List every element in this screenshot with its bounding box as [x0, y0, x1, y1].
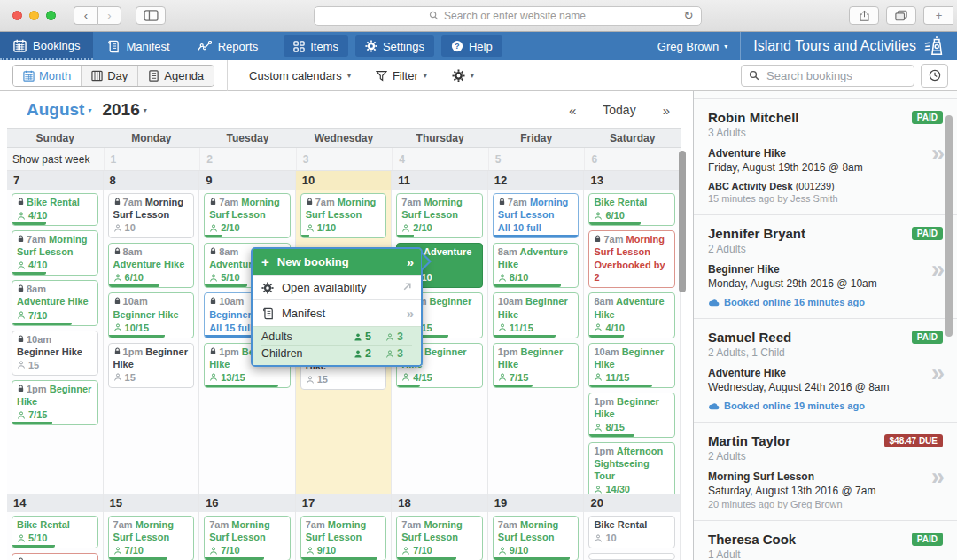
nav-tab-reports[interactable]: Reports [183, 32, 272, 60]
day-cell[interactable]: 187am Morning Surf Lesson7/10 [392, 494, 488, 560]
day-number: 17 [296, 494, 392, 512]
view-day-button[interactable]: Day [81, 66, 137, 86]
event-count: 9/10 [317, 544, 336, 556]
nav-button-items[interactable]: Items [284, 35, 348, 57]
open-booking-chevron[interactable]: » [931, 256, 941, 284]
recent-bookings-button[interactable] [921, 64, 948, 88]
event-card[interactable]: Bike Rental5/10 [12, 516, 98, 548]
show-past-week-link[interactable]: Show past week [7, 153, 104, 166]
day-cell[interactable]: 167am Morning Surf Lesson7/10 [199, 494, 296, 560]
event-card[interactable]: 7am Morning Surf Lesson9/10 [493, 516, 580, 560]
booking-list-item[interactable]: Robin MitchellPAID3 AdultsAdventure Hike… [694, 98, 957, 215]
back-button[interactable]: ‹ [74, 6, 97, 25]
event-card[interactable]: Bike Rental4/10 [12, 193, 98, 226]
event-card[interactable]: 7am Morning Surf Lesson7/10 [108, 516, 195, 560]
booking-list-item[interactable]: Jennifer BryantPAID2 AdultsBeginner Hike… [694, 215, 957, 319]
event-card[interactable]: Bike Rental6/10 [588, 193, 675, 226]
minimize-window-button[interactable] [29, 11, 39, 20]
event-card[interactable]: 7am Morning Surf LessonOverbooked by 2 [588, 230, 675, 288]
event-time: 1pm [594, 446, 614, 456]
address-bar[interactable]: Search or enter website name ↻ [314, 6, 702, 26]
day-cell[interactable]: 197am Morning Surf Lesson9/10 [488, 494, 585, 560]
lock-icon [113, 347, 121, 355]
event-card[interactable]: 7am Morning Surf LessonAll 10 full [493, 193, 580, 238]
event-card[interactable]: 7am Morning Surf Lesson10 [108, 193, 195, 238]
person-outline-icon [209, 274, 218, 282]
event-card[interactable]: 1pm Beginner Hike8/15 [588, 393, 675, 438]
nav-tab-manifest[interactable]: Manifest [93, 32, 183, 60]
show-all-tabs-button[interactable] [886, 6, 916, 25]
event-card[interactable]: 7am Morning Surf Lesson9/10 [300, 516, 387, 560]
day-cell[interactable]: 157am Morning Surf Lesson7/10 [104, 494, 200, 560]
event-card[interactable]: 7am Morning Surf Lesson4/10 [12, 230, 98, 276]
day-cell[interactable]: 7Bike Rental4/107am Morning Surf Lesson4… [7, 171, 104, 494]
view-month-button[interactable]: Month [13, 66, 81, 86]
view-agenda-button[interactable]: Agenda [137, 66, 214, 86]
event-card[interactable]: 8am Adventure Hike4/10 [588, 292, 675, 338]
new-tab-button[interactable]: + [923, 6, 953, 25]
event-card[interactable]: 8am Adventure Hike8/10 [493, 243, 580, 288]
year-selector[interactable]: 2016▾ [102, 100, 146, 120]
search-bookings-input[interactable] [765, 68, 898, 83]
event-card[interactable]: Bike Rental10 [588, 516, 675, 548]
nav-tab-bookings[interactable]: Bookings [0, 32, 93, 60]
event-card[interactable]: 10am Beginner Hike11/15 [588, 343, 675, 388]
share-button[interactable] [849, 6, 879, 25]
booking-list-item[interactable]: Martin Taylor$48.47 DUE2 AdultsMorning S… [694, 423, 957, 521]
event-card[interactable] [12, 553, 98, 560]
event-card[interactable]: 7am Morning Surf Lesson2/10 [396, 193, 483, 238]
day-cell[interactable]: 13Bike Rental6/107am Morning Surf Lesson… [584, 171, 681, 494]
payment-status-badge: PAID [912, 533, 943, 546]
event-card[interactable]: 1pm Beginner Hike15 [108, 343, 195, 388]
person-outline-icon [594, 323, 603, 331]
open-booking-chevron[interactable]: » [931, 360, 941, 387]
month-selector[interactable]: August▾ [27, 100, 91, 120]
day-cell[interactable]: 87am Morning Surf Lesson108am Adventure … [104, 171, 200, 494]
event-card[interactable]: 8am Adventure Hike6/10 [108, 243, 195, 288]
event-card[interactable]: 1pm Afternoon Sightseeing Tour14/30 [588, 442, 675, 494]
booked-online-text: Booked online 16 minutes ago [724, 297, 865, 307]
open-booking-chevron[interactable]: » [931, 140, 941, 167]
filter-dropdown[interactable]: Filter ▾ [367, 69, 436, 82]
day-cell[interactable]: 20Bike Rental10 [584, 494, 681, 560]
nav-button-settings[interactable]: Settings [355, 35, 434, 57]
event-card[interactable]: 10am Beginner Hike11/15 [493, 292, 580, 338]
calendar-header: August▾ 2016▾ « Today » [0, 91, 693, 128]
open-booking-chevron[interactable]: » [931, 463, 941, 491]
event-card[interactable]: 1pm Beginner Hike7/15 [12, 380, 98, 425]
sidebar-toggle-button[interactable] [136, 6, 166, 25]
event-card[interactable]: 8am Adventure Hike7/10 [12, 280, 98, 325]
event-card[interactable]: 1pm Beginner Hike7/15 [493, 343, 580, 388]
sidebar-scrollbar[interactable] [945, 115, 953, 337]
forward-button[interactable]: › [97, 6, 121, 25]
previous-month-button[interactable]: « [569, 103, 576, 118]
booking-list-item[interactable]: Samuel ReedPAID2 Adults, 1 ChildAdventur… [694, 319, 957, 423]
event-card[interactable]: 10am Beginner Hike10/15 [108, 292, 195, 338]
zoom-window-button[interactable] [46, 11, 56, 20]
lock-icon [594, 235, 602, 243]
manifest-menu-item[interactable]: Manifest » [253, 299, 421, 326]
reload-icon[interactable]: ↻ [684, 9, 694, 22]
activity-name: Beginner Hike [708, 263, 943, 276]
event-card[interactable] [588, 553, 675, 560]
nav-button-help[interactable]: ? Help [441, 35, 502, 57]
event-card[interactable]: 7am Morning Surf Lesson7/10 [204, 516, 291, 560]
booking-list-item[interactable]: Theresa CookPAID1 AdultMorning Surf Less… [694, 521, 957, 560]
custom-calendars-dropdown[interactable]: Custom calendars ▾ [240, 69, 360, 82]
next-month-button[interactable]: » [663, 103, 670, 118]
close-window-button[interactable] [12, 11, 22, 20]
event-card[interactable]: 10am Beginner Hike15 [12, 331, 98, 376]
today-button[interactable]: Today [603, 103, 635, 117]
calendar-settings-dropdown[interactable]: ▾ [443, 69, 483, 82]
open-availability-menu-item[interactable]: Open availability [253, 275, 421, 299]
calendar-scrollbar[interactable] [679, 151, 686, 292]
new-booking-menu-item[interactable]: + New booking » [253, 249, 421, 275]
day-cell[interactable]: 177am Morning Surf Lesson9/10 [296, 494, 393, 560]
event-count: 14/30 [605, 483, 630, 494]
event-card[interactable]: 7am Morning Surf Lesson7/10 [396, 516, 483, 560]
event-card[interactable]: 7am Morning Surf Lesson2/10 [204, 193, 291, 238]
user-menu[interactable]: Greg Brown ▾ [645, 40, 740, 53]
event-card[interactable]: 7am Morning Surf Lesson1/10 [300, 193, 387, 238]
day-cell[interactable]: 127am Morning Surf LessonAll 10 full8am … [488, 171, 585, 494]
day-cell[interactable]: 14Bike Rental5/10 [7, 494, 104, 560]
